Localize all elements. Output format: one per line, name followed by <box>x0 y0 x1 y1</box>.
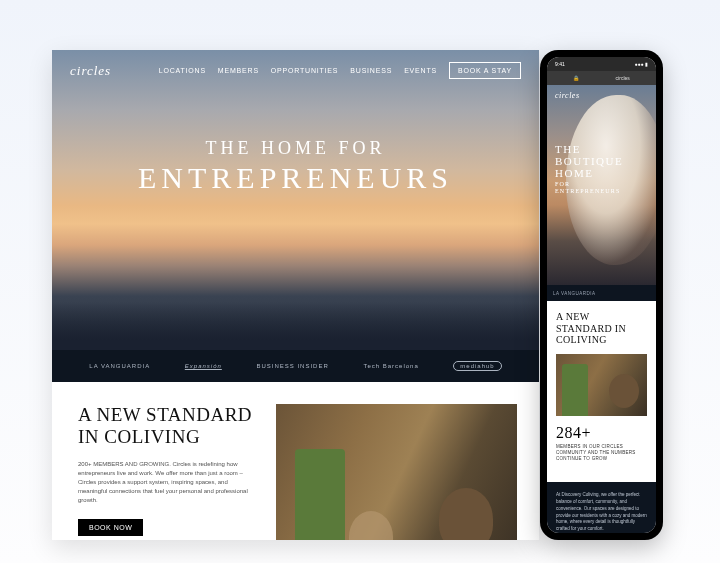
status-bar: 9:41 ●●● ▮ <box>547 57 656 71</box>
mobile-screen: 9:41 ●●● ▮ 🔒 circles circles THE BOUTIQU… <box>547 57 656 533</box>
stat-label: MEMBERS IN OUR CIRCLES COMMUNITY AND THE… <box>556 444 647 463</box>
section-image <box>276 404 517 540</box>
mobile-dark-body: At Discovery Coliving, we offer the perf… <box>556 492 647 533</box>
nav-links: LOCATIONS MEMBERS OPPORTUNITIES BUSINESS… <box>159 62 521 79</box>
mobile-heading: A NEW STANDARD IN COLIVING <box>556 311 647 346</box>
top-nav: circles LOCATIONS MEMBERS OPPORTUNITIES … <box>52 50 539 91</box>
nav-locations[interactable]: LOCATIONS <box>159 67 206 74</box>
nav-business[interactable]: BUSINESS <box>350 67 392 74</box>
mobile-section-image <box>556 354 647 416</box>
lock-icon: 🔒 <box>573 75 579 81</box>
press-bar: LA VANGUARDIA Expansión BUSINESS INSIDER… <box>52 350 539 382</box>
nav-events[interactable]: EVENTS <box>404 67 437 74</box>
mhero-l2: BOUTIQUE <box>555 155 623 167</box>
status-icons: ●●● ▮ <box>635 61 648 67</box>
url-text: circles <box>616 75 630 81</box>
mobile-press-bar: LA VANGUARDIA <box>547 285 656 301</box>
mobile-section: A NEW STANDARD IN COLIVING 284+ MEMBERS … <box>547 301 656 472</box>
section-text: A NEW STANDARD IN COLIVING 200+ MEMBERS … <box>78 404 258 540</box>
hero-line2: ENTREPRENEURS <box>52 161 539 195</box>
press-logo: mediahub <box>453 361 501 371</box>
mobile-logo[interactable]: circles <box>547 85 656 106</box>
stat-number: 284+ <box>556 424 647 442</box>
press-logo: LA VANGUARDIA <box>89 363 150 369</box>
press-logo: Expansión <box>185 363 222 369</box>
press-logo: BUSINESS INSIDER <box>256 363 328 369</box>
desktop-mockup: circles LOCATIONS MEMBERS OPPORTUNITIES … <box>52 50 539 540</box>
hero-section: circles LOCATIONS MEMBERS OPPORTUNITIES … <box>52 50 539 350</box>
hero-line1: THE HOME FOR <box>52 138 539 159</box>
nav-opportunities[interactable]: OPPORTUNITIES <box>271 67 338 74</box>
nav-book-button[interactable]: BOOK A STAY <box>449 62 521 79</box>
nav-members[interactable]: MEMBERS <box>218 67 259 74</box>
mobile-mockup: 9:41 ●●● ▮ 🔒 circles circles THE BOUTIQU… <box>540 50 663 540</box>
mhero-l5: ENTREPRENEURS <box>555 188 623 195</box>
section-body: 200+ MEMBERS AND GROWING. Circles is red… <box>78 460 258 505</box>
mobile-hero-text: THE BOUTIQUE HOME FOR ENTREPRENEURS <box>555 143 623 194</box>
press-logo: Tech Barcelona <box>363 363 418 369</box>
url-bar[interactable]: 🔒 circles <box>547 71 656 85</box>
book-now-button[interactable]: BOOK NOW <box>78 519 143 536</box>
standard-section: A NEW STANDARD IN COLIVING 200+ MEMBERS … <box>52 382 539 540</box>
hero-headline: THE HOME FOR ENTREPRENEURS <box>52 138 539 195</box>
mhero-l3: HOME <box>555 167 623 179</box>
brand-logo[interactable]: circles <box>70 63 111 79</box>
status-time: 9:41 <box>555 61 565 67</box>
mobile-dark-section: At Discovery Coliving, we offer the perf… <box>547 482 656 533</box>
mhero-l1: THE <box>555 143 623 155</box>
mobile-hero: circles THE BOUTIQUE HOME FOR ENTREPRENE… <box>547 85 656 285</box>
section-heading: A NEW STANDARD IN COLIVING <box>78 404 258 448</box>
mhero-l4: FOR <box>555 181 623 188</box>
